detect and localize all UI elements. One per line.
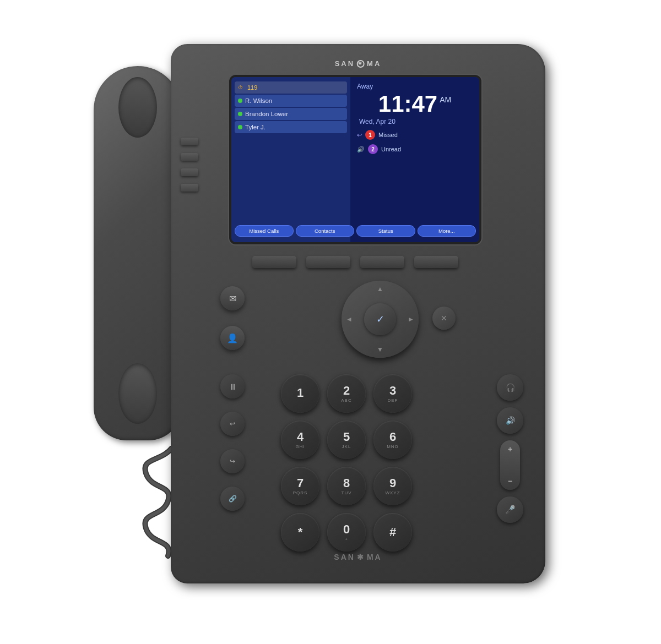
missed-label: Missed bbox=[378, 132, 398, 138]
hold-icon: ⏸ bbox=[229, 382, 237, 391]
vol-plus-icon[interactable]: + bbox=[508, 445, 512, 454]
softkey-3[interactable] bbox=[181, 168, 198, 176]
fn-key-3[interactable] bbox=[360, 256, 404, 268]
soft-btn-missed-calls[interactable]: Missed Calls bbox=[235, 225, 294, 237]
dial-5[interactable]: 5 JKL bbox=[327, 421, 366, 459]
unread-icon: 🔊 bbox=[357, 146, 365, 153]
line-4[interactable]: Tyler J. bbox=[235, 121, 347, 133]
line-4-dot bbox=[238, 125, 242, 129]
mail-button[interactable]: ✉ bbox=[220, 286, 245, 310]
hold-button[interactable]: ⏸ bbox=[220, 374, 245, 399]
dial-4[interactable]: 4 GHI bbox=[281, 421, 319, 459]
line-4-name: Tyler J. bbox=[245, 124, 266, 130]
unread-label: Unread bbox=[381, 146, 401, 152]
nav-center-button[interactable]: ✓ bbox=[364, 303, 396, 335]
volume-bar[interactable]: + − bbox=[500, 440, 520, 490]
dialpad: 1 2 ABC 3 DEF 4 GHI 5 JKL 6 MNO bbox=[281, 374, 412, 552]
vol-minus-icon[interactable]: − bbox=[508, 477, 512, 485]
phone-body: SAN ✱ MA ⏱ 119 R. Wil bbox=[171, 44, 545, 583]
phone-screen: ⏱ 119 R. Wilson Brandon Lower Tyler J. bbox=[231, 77, 479, 242]
contacts-button[interactable]: 👤 bbox=[220, 326, 245, 350]
screen-soft-buttons: Missed Calls Contacts Status More... bbox=[235, 225, 476, 237]
dial-6[interactable]: 6 MNO bbox=[373, 421, 412, 459]
headset-button[interactable]: 🎧 bbox=[497, 374, 523, 401]
transfer-button[interactable]: ↩ bbox=[220, 412, 245, 436]
mail-icon: ✉ bbox=[229, 293, 236, 304]
cancel-button[interactable]: ✕ bbox=[432, 307, 456, 330]
speaker-button[interactable]: 🔊 bbox=[497, 407, 523, 434]
dial-9[interactable]: 9 WXYZ bbox=[373, 467, 412, 505]
fn-key-2[interactable] bbox=[306, 256, 350, 268]
fn-key-4[interactable] bbox=[414, 256, 458, 268]
brand-footer-logo: ✱ bbox=[357, 553, 365, 561]
line-3-dot bbox=[238, 112, 242, 116]
missed-badge: 1 bbox=[365, 130, 375, 140]
conference-button[interactable]: 🔗 bbox=[220, 487, 245, 511]
dial-hash[interactable]: # bbox=[373, 513, 412, 552]
soft-btn-more[interactable]: More... bbox=[418, 225, 476, 237]
clock-time-value: 11:47 bbox=[378, 92, 437, 116]
x-icon: ✕ bbox=[441, 314, 447, 323]
screen-right-panel: Away 11:47 AM Wed, Apr 20 ↩ 1 Missed bbox=[350, 77, 479, 242]
status-text: Away bbox=[357, 83, 373, 90]
brand-name-end: MA bbox=[367, 59, 381, 68]
brand-logo: SAN bbox=[335, 59, 355, 68]
contacts-icon: 👤 bbox=[227, 333, 238, 343]
soft-btn-contacts[interactable]: Contacts bbox=[296, 225, 355, 237]
side-function-buttons: ⏸ ↩ ↪ 🔗 bbox=[220, 374, 245, 511]
dial-8[interactable]: 8 TUV bbox=[327, 467, 366, 505]
right-side-controls: 🎧 🔊 + − 🎤 bbox=[497, 374, 523, 523]
nav-down-arrow[interactable]: ▼ bbox=[377, 346, 383, 353]
line-1[interactable]: ⏱ 119 bbox=[235, 81, 347, 94]
dial-0[interactable]: 0 + bbox=[327, 513, 366, 552]
softkey-4[interactable] bbox=[181, 184, 198, 192]
check-icon: ✓ bbox=[376, 313, 384, 325]
line-2-dot bbox=[238, 99, 242, 103]
mute-icon: 🎤 bbox=[505, 505, 516, 515]
handset bbox=[94, 66, 182, 440]
dial-1[interactable]: 1 bbox=[281, 374, 319, 413]
screen-left-panel: ⏱ 119 R. Wilson Brandon Lower Tyler J. bbox=[231, 77, 350, 242]
brand-footer: SAN ✱ MA bbox=[334, 553, 382, 561]
nav-ring[interactable]: ▲ ▼ ◄ ► ✓ bbox=[342, 281, 419, 358]
line-2[interactable]: R. Wilson bbox=[235, 95, 347, 107]
function-buttons-left: ✉ 👤 bbox=[220, 286, 245, 350]
clock-display: 11:47 AM bbox=[378, 92, 451, 116]
nav-right-arrow[interactable]: ► bbox=[408, 315, 414, 323]
nav-left-arrow[interactable]: ◄ bbox=[346, 315, 353, 323]
unread-notification: 🔊 2 Unread bbox=[357, 144, 401, 154]
conference-icon: 🔗 bbox=[229, 495, 237, 503]
nav-outer-ring[interactable]: ▲ ▼ ◄ ► ✓ bbox=[342, 281, 419, 358]
line-3[interactable]: Brandon Lower bbox=[235, 108, 347, 120]
missed-icon: ↩ bbox=[357, 132, 362, 139]
softkeys-left bbox=[181, 138, 198, 192]
dial-2[interactable]: 2 ABC bbox=[327, 374, 366, 413]
fn-key-1[interactable] bbox=[252, 256, 296, 268]
dial-7[interactable]: 7 PQRS bbox=[281, 467, 319, 505]
softkey-2[interactable] bbox=[181, 153, 198, 161]
brand-footer-text2: MA bbox=[367, 553, 382, 561]
brand-header: SAN ✱ MA bbox=[335, 59, 382, 68]
redial-icon: ↪ bbox=[230, 457, 235, 465]
nav-up-arrow[interactable]: ▲ bbox=[377, 285, 383, 293]
redial-button[interactable]: ↪ bbox=[220, 449, 245, 473]
brand-circle-icon: ✱ bbox=[357, 60, 365, 68]
softkey-1[interactable] bbox=[181, 138, 198, 145]
soft-btn-status[interactable]: Status bbox=[356, 225, 415, 237]
dial-star[interactable]: * bbox=[281, 513, 319, 552]
line-1-number: 119 bbox=[247, 84, 257, 91]
mute-button[interactable]: 🎤 bbox=[497, 496, 523, 523]
headset-icon: 🎧 bbox=[506, 383, 515, 392]
function-keys-row bbox=[231, 256, 479, 268]
phone-container: SAN ✱ MA ⏱ 119 R. Wil bbox=[83, 33, 578, 611]
line-3-name: Brandon Lower bbox=[245, 111, 288, 117]
clock-date: Wed, Apr 20 bbox=[359, 118, 395, 125]
brand-footer-text: SAN bbox=[334, 553, 355, 561]
dial-3[interactable]: 3 DEF bbox=[373, 374, 412, 413]
speaker-icon: 🔊 bbox=[506, 416, 515, 425]
clock-ampm: AM bbox=[440, 96, 451, 103]
line-2-name: R. Wilson bbox=[245, 97, 272, 104]
unread-badge: 2 bbox=[368, 144, 378, 154]
transfer-icon: ↩ bbox=[230, 420, 235, 428]
missed-notification: ↩ 1 Missed bbox=[357, 130, 398, 140]
